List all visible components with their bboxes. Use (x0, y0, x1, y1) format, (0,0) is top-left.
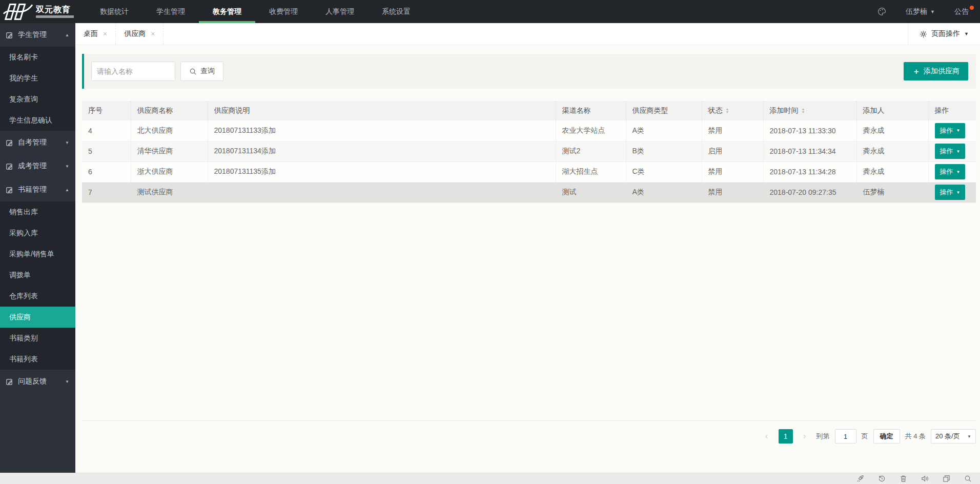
sidebar-item-suppliers[interactable]: 供应商 (0, 307, 75, 328)
sidebar-group-adult-exam[interactable]: 成考管理 ▼ (0, 154, 75, 178)
cell-adder: 龚永成 (856, 162, 928, 182)
search-button[interactable]: 查询 (180, 62, 223, 81)
close-icon[interactable]: × (103, 30, 107, 38)
status-badge: 禁用 (702, 120, 763, 141)
zoom-icon[interactable] (964, 475, 972, 482)
status-badge: 禁用 (702, 162, 763, 182)
sidebar-item-transfer-order[interactable]: 调拨单 (0, 265, 75, 286)
brand-subtext (36, 15, 74, 18)
cell-name: 测试供应商 (131, 182, 208, 203)
sidebar-group-self-exam[interactable]: 自考管理 ▼ (0, 131, 75, 154)
cell-adder: 伍梦楠 (856, 182, 928, 203)
next-page-icon[interactable]: › (798, 429, 811, 443)
sidebar-group-feedback[interactable]: 问题反馈 ▼ (0, 370, 75, 393)
chevron-up-icon: ▲ (65, 188, 69, 192)
row-action-button[interactable]: 操作▼ (935, 164, 966, 179)
sidebar-item-student-info-confirm[interactable]: 学生信息确认 (0, 110, 75, 131)
notice-label: 公告 (954, 7, 969, 15)
chevron-down-icon: ▼ (930, 9, 935, 14)
col-header-type: 供应商类型 (626, 101, 702, 120)
app-window: 双元教育 数据统计 学生管理 教务管理 收费管理 人事管理 系统设置 伍梦楠 ▼ (0, 0, 980, 484)
theme-palette-icon[interactable] (877, 7, 886, 16)
total-count-label: 共 4 条 (905, 429, 926, 443)
tab-suppliers[interactable]: 供应商 × (116, 23, 164, 45)
sidebar-item-signup-card[interactable]: 报名刷卡 (0, 47, 75, 68)
main-nav: 数据统计 学生管理 教务管理 收费管理 人事管理 系统设置 (86, 0, 424, 23)
row-action-button[interactable]: 操作▼ (935, 123, 966, 138)
cell-adder: 龚永成 (856, 141, 928, 162)
prev-page-icon[interactable]: ‹ (760, 429, 773, 443)
cell-name: 清华供应商 (131, 141, 208, 162)
sidebar-item-purchase-inbound[interactable]: 采购入库 (0, 223, 75, 244)
row-action-button[interactable]: 操作▼ (935, 144, 966, 159)
user-menu[interactable]: 伍梦楠 ▼ (906, 7, 935, 16)
sidebar-group-student-mgmt[interactable]: 学生管理 ▲ (0, 23, 75, 47)
cell-seq: 4 (82, 120, 131, 141)
menu-group-icon (6, 378, 13, 386)
tab-bar: 桌面 × 供应商 × 页面操作 ▼ (75, 23, 980, 45)
bottom-taskbar (0, 473, 980, 484)
cell-name: 北大供应商 (131, 120, 208, 141)
rocket-icon[interactable] (856, 475, 864, 482)
sidebar-item-complex-query[interactable]: 复杂查询 (0, 89, 75, 110)
window-restore-icon[interactable] (943, 475, 950, 482)
filter-bar: 查询 ＋ 添加供应商 (82, 54, 976, 89)
cell-channel: 湖大招生点 (556, 162, 626, 182)
cell-seq: 7 (82, 182, 131, 203)
table-header-row: 序号 供应商名称 供应商说明 渠道名称 供应商类型 状态▲▼ 添加时间▲▼ 添加… (82, 101, 976, 120)
sort-down-icon: ▼ (726, 111, 729, 114)
tab-desktop[interactable]: 桌面 × (75, 23, 116, 45)
status-badge: 启用 (702, 141, 763, 162)
sidebar-item-sales-outbound[interactable]: 销售出库 (0, 201, 75, 223)
sidebar-item-book-categories[interactable]: 书籍类别 (0, 328, 75, 349)
trash-icon[interactable] (900, 475, 907, 482)
chevron-down-icon: ▼ (967, 434, 971, 439)
confirm-page-button[interactable]: 确定 (873, 429, 900, 443)
nav-item-academic-mgmt[interactable]: 教务管理 (199, 0, 255, 23)
history-icon[interactable] (878, 475, 886, 482)
close-icon[interactable]: × (151, 30, 155, 38)
chevron-down-icon: ▼ (964, 31, 969, 36)
cell-time: 2018-07-13 11:34:28 (763, 162, 856, 182)
chevron-up-icon: ▲ (65, 33, 69, 37)
sort-toggle[interactable]: ▲▼ (726, 108, 729, 114)
user-name: 伍梦楠 (906, 7, 927, 16)
nav-item-system-settings[interactable]: 系统设置 (368, 0, 424, 23)
sidebar-item-warehouse-list[interactable]: 仓库列表 (0, 286, 75, 307)
sidebar-item-book-list[interactable]: 书籍列表 (0, 349, 75, 370)
menu-group-icon (6, 163, 13, 170)
cell-seq: 6 (82, 162, 131, 182)
sidebar-item-purchase-sales-orders[interactable]: 采购单/销售单 (0, 244, 75, 265)
goto-label: 到第 (816, 429, 830, 443)
col-header-channel: 渠道名称 (556, 101, 626, 120)
nav-item-fee-mgmt[interactable]: 收费管理 (255, 0, 312, 23)
top-navbar: 双元教育 数据统计 学生管理 教务管理 收费管理 人事管理 系统设置 伍梦楠 ▼ (0, 0, 980, 23)
main-content: 查询 ＋ 添加供应商 序号 供应商名称 供应商说明 渠道名称 供应商类型 (75, 45, 980, 473)
page-number-current[interactable]: 1 (779, 429, 793, 443)
search-input[interactable] (91, 62, 175, 81)
chevron-down-icon: ▼ (956, 170, 961, 174)
col-header-status: 状态▲▼ (702, 101, 763, 120)
goto-page-input[interactable] (835, 429, 856, 443)
cell-channel: 测试 (556, 182, 626, 203)
sidebar-item-my-students[interactable]: 我的学生 (0, 68, 75, 89)
row-action-button[interactable]: 操作▼ (935, 185, 966, 200)
cell-time: 2018-07-13 11:33:30 (763, 120, 856, 141)
nav-item-data-stats[interactable]: 数据统计 (86, 0, 142, 23)
sort-toggle[interactable]: ▲▼ (802, 108, 805, 114)
page-actions-button[interactable]: 页面操作 ▼ (908, 23, 980, 45)
nav-item-student-mgmt[interactable]: 学生管理 (142, 0, 199, 23)
chevron-down-icon: ▼ (65, 164, 69, 169)
col-header-seq: 序号 (82, 101, 131, 120)
speaker-icon[interactable] (921, 475, 929, 482)
col-header-adder: 添加人 (856, 101, 928, 120)
page-size-select[interactable]: 20 条/页 ▼ (931, 429, 976, 443)
notice-button[interactable]: 公告 (954, 7, 973, 16)
cell-type: A类 (626, 182, 702, 203)
table-row: 7 测试供应商 测试 A类 禁用 2018-07-20 09:27:35 伍梦楠… (82, 182, 976, 203)
menu-group-icon (6, 186, 13, 194)
cell-type: C类 (626, 162, 702, 182)
sidebar-group-book-mgmt[interactable]: 书籍管理 ▲ (0, 178, 75, 201)
nav-item-hr-mgmt[interactable]: 人事管理 (312, 0, 368, 23)
add-supplier-button[interactable]: ＋ 添加供应商 (904, 62, 968, 80)
